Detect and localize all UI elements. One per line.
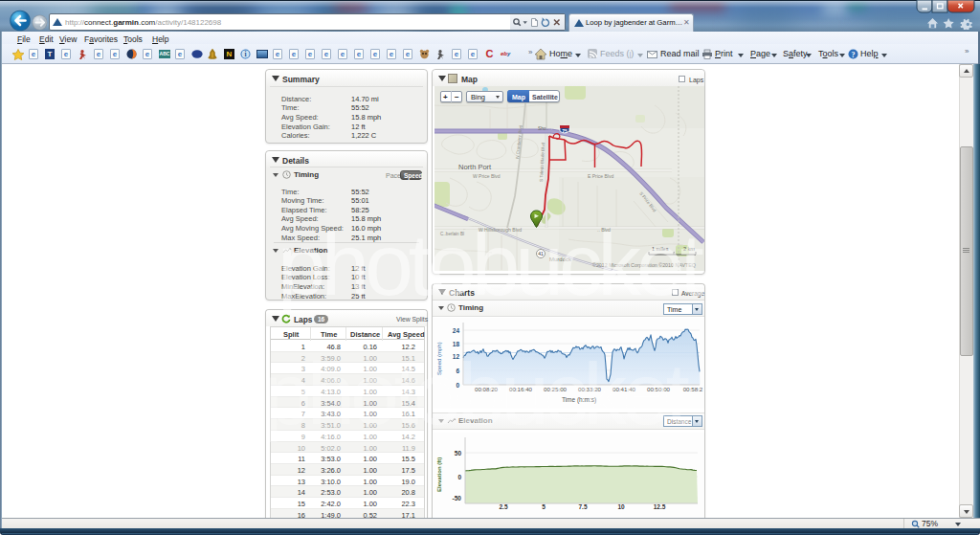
svg-text:©2012 Microsoft Corporation ©2: ©2012 Microsoft Corporation ©2010 NAVTEQ [592,262,696,268]
svg-text:00:58:2: 00:58:2 [683,386,703,392]
svg-text:i: i [244,50,246,58]
svg-text:?: ? [852,51,856,59]
svg-text:00:41:40: 00:41:40 [612,386,636,392]
svg-text:12: 12 [453,353,460,360]
svg-text:24: 24 [453,327,460,334]
svg-text:6: 6 [456,368,459,374]
svg-text:41: 41 [538,251,544,256]
svg-text:0: 0 [456,382,459,389]
svg-text:00:50:00: 00:50:00 [647,386,671,392]
svg-text:E Price Blvd: E Price Blvd [588,173,613,179]
svg-text:1 miles: 1 miles [652,246,669,252]
svg-text:75: 75 [562,128,568,134]
svg-text:7.5: 7.5 [578,503,587,510]
svg-text:-50: -50 [453,495,462,502]
svg-text:12.5: 12.5 [654,503,666,510]
svg-text:.. Blvd: .. Blvd [597,227,611,233]
svg-text:5: 5 [542,503,546,510]
svg-text:0: 0 [457,474,461,480]
svg-text:Murdock: Murdock [549,256,572,262]
svg-text:C..berlain Bl: C..berlain Bl [440,232,464,236]
svg-text:W Hillsborough Blvd: W Hillsborough Blvd [479,227,522,233]
svg-text:Elevation (ft): Elevation (ft) [436,457,442,492]
svg-text:North Port: North Port [458,163,492,171]
svg-text:10: 10 [617,503,625,510]
svg-text:Sho..: Sho.. [538,126,548,131]
svg-text:18: 18 [453,341,460,347]
svg-text:50: 50 [455,450,462,457]
svg-text:00:25:00: 00:25:00 [544,386,568,392]
svg-text:00:33:20: 00:33:20 [578,386,602,392]
svg-text:W Price Blvd: W Price Blvd [473,173,501,179]
svg-text:00:16:40: 00:16:40 [509,386,533,392]
svg-text:2 km: 2 km [683,246,695,252]
svg-text:Time (h:m:s): Time (h:m:s) [562,396,596,404]
svg-text:2.5: 2.5 [499,503,507,510]
svg-text:Speed (mph): Speed (mph) [436,342,442,375]
svg-text:00:08:20: 00:08:20 [475,386,499,392]
